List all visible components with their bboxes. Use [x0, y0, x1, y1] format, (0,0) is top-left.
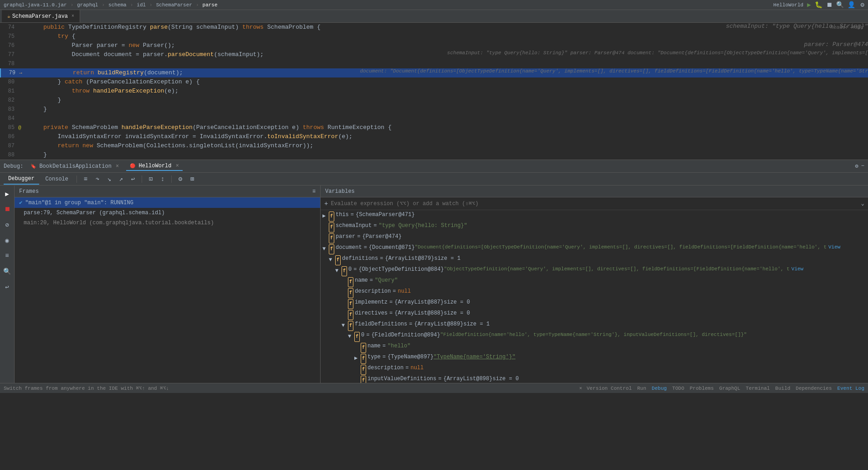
- restore-breakpoints-icon[interactable]: ◉: [1, 234, 14, 247]
- code-line-77: 77 Document document = parser.parseDocum…: [0, 50, 868, 59]
- line-number: 74: [0, 23, 18, 32]
- step-into-button[interactable]: ↘: [104, 174, 114, 184]
- breadcrumb-idl[interactable]: idl: [137, 2, 146, 8]
- frame-item-2[interactable]: main:20, HelloWorld (com.graphqljava.tut…: [15, 218, 320, 228]
- var-row-inputvaluedefs[interactable]: f inputValueDefinitions = {ArrayList@898…: [321, 375, 868, 383]
- bottom-tab-run[interactable]: Run: [637, 386, 646, 391]
- var-row-schemainput[interactable]: f schemaInput = "type Query{hello: Strin…: [321, 222, 868, 233]
- add-watch-icon[interactable]: +: [324, 200, 328, 207]
- var-row-parser[interactable]: f parser = {Parser@474}: [321, 233, 868, 244]
- breadcrumb-parse[interactable]: parse: [203, 2, 218, 8]
- expression-input[interactable]: [331, 201, 858, 207]
- code-editor: Reader Mode 74 public TypeDefinitionRegi…: [0, 23, 868, 160]
- mark-object-icon[interactable]: 🔍: [1, 265, 14, 278]
- debug-toolbar: Debugger Console ≡ ↷ ↘ ↗ ↩ ⊡ ↕ ⚙ ⊞: [0, 173, 868, 186]
- minimize-icon[interactable]: −: [861, 163, 864, 170]
- evaluate-expression-button[interactable]: ⊡: [146, 174, 156, 184]
- var-row-name-hello[interactable]: f name = "hello": [321, 342, 868, 353]
- debug-main: ▶ ⏹ ⊘ ◉ ≡ 🔍 ↩ Frames ≡ ✔ "main"@1 in gro…: [0, 186, 868, 383]
- bottom-tab-graphql[interactable]: GraphQL: [719, 386, 740, 391]
- var-field-icon: f: [348, 277, 353, 287]
- variables-header: Variables: [321, 186, 868, 197]
- var-row-description2[interactable]: f description = null: [321, 364, 868, 375]
- var-field-icon: f: [329, 233, 334, 243]
- event-log-link[interactable]: Event Log: [837, 386, 864, 391]
- close-hint-icon[interactable]: ×: [579, 386, 582, 391]
- user-icon[interactable]: 👤: [848, 1, 855, 9]
- breadcrumb-graphql[interactable]: graphql: [77, 2, 98, 8]
- breadcrumb-schemaparser[interactable]: SchemaParser: [156, 2, 192, 8]
- settings-gear-icon[interactable]: ⚙: [855, 163, 858, 170]
- var-row-directives[interactable]: f directives = {ArrayList@888} size = 0: [321, 310, 868, 320]
- var-row-implementz[interactable]: f implementz = {ArrayList@887} size = 0: [321, 299, 868, 310]
- restore-layout-button[interactable]: ≡: [81, 174, 91, 184]
- variables-content[interactable]: ▶ f this = {SchemaParser@471} f schemaIn…: [321, 210, 868, 383]
- breadcrumb-jar[interactable]: graphql-java-11.0.jar: [4, 2, 67, 8]
- stop-button[interactable]: ⏹: [826, 1, 832, 9]
- code-line-79: 79 → return buildRegistry(document); doc…: [0, 68, 868, 77]
- resume-icon[interactable]: ▶: [1, 187, 14, 200]
- force-return-icon[interactable]: ↩: [1, 280, 14, 293]
- bottom-tab-version-control[interactable]: Version Control: [587, 386, 632, 391]
- run-config-label: HelloWorld: [773, 2, 803, 8]
- file-tab-schemaparser[interactable]: ☕ SchemaParser.java ×: [2, 10, 80, 22]
- debug-app-tab-helloworld[interactable]: 🔴 HelloWorld ×: [126, 162, 183, 171]
- var-field-icon: f: [348, 288, 353, 298]
- var-row-fielddefinitions[interactable]: ▼ f fieldDefinitions = {ArrayList@889} s…: [321, 320, 868, 331]
- breadcrumb-schema[interactable]: schema: [108, 2, 127, 8]
- code-line-86: 86 InvalidSyntaxError invalidSyntaxError…: [0, 132, 868, 141]
- view-document-link[interactable]: View: [828, 244, 840, 250]
- frames-panel: Frames ≡ ✔ "main"@1 in group "main": RUN…: [15, 186, 321, 383]
- tab-bar: ☕ SchemaParser.java ×: [0, 10, 868, 23]
- var-row-name-query[interactable]: f name = "Query": [321, 277, 868, 288]
- var-row-document[interactable]: ▼ f document = {Document@871} "Document{…: [321, 244, 868, 255]
- switch-frames-hint: Switch frames from anywhere in the IDE w…: [4, 385, 573, 391]
- frame-item-1[interactable]: parse:79, SchemaParser (graphql.schema.i…: [15, 208, 320, 218]
- debug-app-tab-close[interactable]: ×: [116, 163, 119, 170]
- bottom-tab-build[interactable]: Build: [775, 386, 790, 391]
- show-execution-point-button[interactable]: ↕: [158, 174, 168, 184]
- mute-breakpoints-icon[interactable]: ⊘: [1, 218, 14, 231]
- more-options-icon[interactable]: ⌄: [861, 200, 864, 207]
- step-out-button[interactable]: ↗: [116, 174, 126, 184]
- var-row-description-null[interactable]: f description = null: [321, 288, 868, 299]
- run-to-cursor-button[interactable]: ↩: [128, 174, 138, 184]
- var-row-this[interactable]: ▶ f this = {SchemaParser@471}: [321, 211, 868, 222]
- stop-program-icon[interactable]: ⏹: [1, 203, 14, 216]
- layout-button[interactable]: ⊞: [187, 174, 197, 184]
- var-row-type-typename[interactable]: ▶ f type = {TypeName@897} "TypeName{name…: [321, 353, 868, 364]
- search-icon[interactable]: 🔍: [836, 1, 844, 9]
- code-line-74: 74 public TypeDefinitionRegistry parse(S…: [0, 23, 868, 32]
- settings-debug-button[interactable]: ⚙: [175, 174, 185, 184]
- breadcrumb-sep: ›: [196, 2, 199, 8]
- var-row-definitions[interactable]: ▼ f definitions = {ArrayList@879} size =…: [321, 255, 868, 266]
- tab-console[interactable]: Console: [41, 174, 73, 184]
- tab-close[interactable]: ×: [71, 14, 74, 19]
- debug-app-tab-bookdetails[interactable]: 🔖 BookDetailsApplication ×: [27, 162, 123, 170]
- debug-top-bar: Debug: 🔖 BookDetailsApplication × 🔴 Hell…: [0, 160, 868, 173]
- var-field-icon: f: [348, 299, 353, 309]
- code-line-76: 76 Parser parser = new Parser(); parser:…: [0, 41, 868, 50]
- bottom-tab-terminal[interactable]: Terminal: [746, 386, 770, 391]
- code-line-81: 81 throw handleParseException(e);: [0, 87, 868, 96]
- bottom-tab-debug[interactable]: Debug: [652, 386, 667, 391]
- bottom-tab-todo[interactable]: TODO: [672, 386, 684, 391]
- filter-frames-icon[interactable]: ≡: [312, 188, 316, 195]
- thread-dump-icon[interactable]: ≡: [1, 249, 14, 262]
- settings-icon[interactable]: ⚙: [861, 1, 864, 9]
- debug-button[interactable]: 🐛: [815, 1, 822, 9]
- frame-item-0[interactable]: ✔ "main"@1 in group "main": RUNNING: [15, 197, 320, 208]
- bottom-tab-dependencies[interactable]: Dependencies: [796, 386, 832, 391]
- bottom-tab-problems[interactable]: Problems: [690, 386, 714, 391]
- var-row-0-fielddef[interactable]: ▼ f 0 = {FieldDefinition@894} "FieldDefi…: [321, 331, 868, 342]
- debug-app-tab-hw-close[interactable]: ×: [176, 163, 179, 169]
- view-objecttype-link[interactable]: View: [791, 266, 803, 272]
- frames-header: Frames ≡: [15, 186, 320, 197]
- run-button[interactable]: ▶: [807, 1, 811, 9]
- var-row-0-objecttype[interactable]: ▼ f 0 = {ObjectTypeDefinition@884} "Obje…: [321, 266, 868, 277]
- debug-label: Debug:: [4, 163, 23, 170]
- frame-run-icon: ✔: [19, 199, 22, 206]
- tab-debugger[interactable]: Debugger: [4, 174, 39, 185]
- var-field-icon: f: [329, 222, 334, 232]
- step-over-button[interactable]: ↷: [92, 174, 102, 184]
